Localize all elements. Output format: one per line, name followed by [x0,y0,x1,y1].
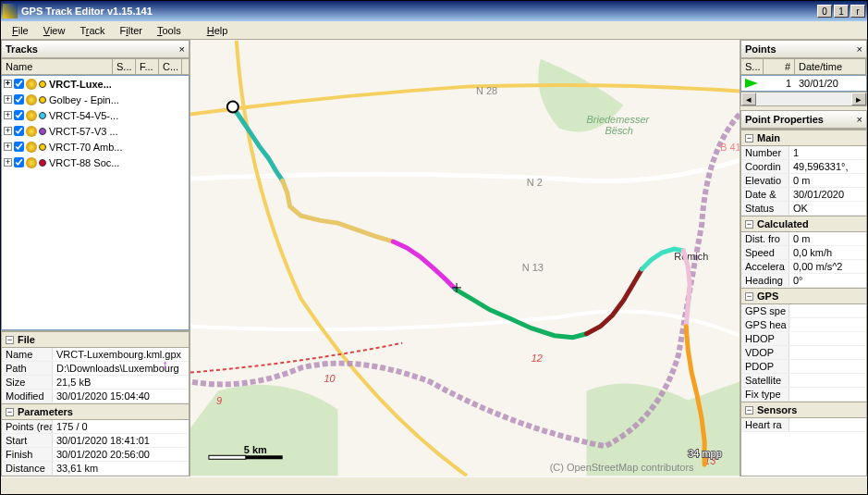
track-row[interactable]: + VRCT-88 Soc... [2,155,189,170]
minimize-button[interactable]: 0 [817,5,832,18]
tracks-list[interactable]: + VRCT-Luxe...+ Golbey - Epin...+ VRCT-5… [1,75,189,330]
point-properties: −Main Number1Coordin49,596331°,Elevatio0… [740,129,867,476]
map-viewport[interactable]: N 28 N 2 N 13 B 41 Briedemesser Bësch Re… [190,40,740,476]
prop-value [789,332,866,345]
prop-value [789,374,866,387]
prop-value: VRCT-Luxembourg.kml.gpx [53,348,189,361]
track-row[interactable]: + VRCT-57-V3 ... [2,123,189,139]
points-close-icon[interactable]: × [857,43,862,55]
track-checkbox[interactable] [14,94,24,105]
points-scrollbar[interactable]: ◂ ▸ [740,92,867,106]
map-canvas[interactable]: N 28 N 2 N 13 B 41 Briedemesser Bësch Re… [190,40,740,476]
tracks-close-icon[interactable]: × [179,43,185,55]
col-num[interactable]: # [764,59,795,74]
track-checkbox[interactable] [14,79,24,89]
track-checkbox[interactable] [14,110,24,120]
expand-icon[interactable]: + [4,80,12,88]
track-icon [26,94,37,105]
property-row: StatusOK [741,202,866,216]
track-label: VRCT-88 Soc... [49,157,119,168]
prop-value: D:\Downloads\Luxembourg [53,362,189,375]
prop-key: Date & [741,188,789,201]
pp-sensors-header[interactable]: −Sensors [741,402,866,418]
menu-view[interactable]: View [36,23,73,38]
prop-key: HDOP [741,332,789,345]
prop-key: GPS spe [741,304,789,317]
track-row[interactable]: + VRCT-70 Amb... [2,139,189,155]
menu-help[interactable]: Help [200,23,236,38]
expand-icon[interactable]: + [4,111,12,119]
prop-key: Fix type [741,388,789,401]
track-icon [26,142,37,153]
expand-icon[interactable]: + [4,127,12,135]
track-checkbox[interactable] [14,157,24,167]
points-row[interactable]: 1 30/01/20 [740,75,867,92]
prop-key: PDOP [741,360,789,373]
prop-key: Distance [2,462,53,475]
file-group-header[interactable]: − File [2,331,189,348]
menu-tools[interactable]: Tools [150,23,189,38]
points-panel-header: Points × [740,40,867,58]
tracks-column-header: Name S... F... C... [1,58,189,75]
property-row: GPS hea [741,318,866,332]
scale-label: 5 km [244,444,267,455]
track-color-icon [39,96,46,104]
menu-file[interactable]: File [5,23,36,38]
prop-key: Coordin [741,160,789,173]
collapse-icon[interactable]: − [6,336,14,344]
mpp-label: 34 mpp [688,448,722,459]
prop-key: Path [2,362,53,375]
prop-value: 30/01/2020 [789,188,866,201]
road-label-b41: B 41 [720,142,740,153]
expand-icon[interactable]: + [4,142,12,151]
track-label: VRCT-54-V5-... [49,110,118,121]
param-group-title: Parameters [18,406,73,417]
col-name[interactable]: Name [2,59,113,74]
points-columns: S... # Date/time [740,58,867,75]
col-s[interactable]: S... [113,59,136,74]
menu-filter[interactable]: Filter [113,23,150,38]
tracks-panel-header: Tracks × [1,40,189,58]
prop-key: Finish [2,448,53,461]
col-c[interactable]: C... [159,59,182,74]
col-datetime[interactable]: Date/time [795,59,866,74]
property-row: PDOP [741,360,866,374]
col-s[interactable]: S... [741,59,764,74]
menu-track[interactable]: Track [72,23,112,38]
track-checkbox[interactable] [14,126,24,136]
track-row[interactable]: + Golbey - Epin... [2,92,189,107]
point-props-header: Point Properties × [740,110,867,129]
tracks-title: Tracks [6,43,38,55]
col-f[interactable]: F... [136,59,159,74]
property-row: PathD:\Downloads\Luxembourg [2,362,189,376]
property-row: Finish30/01/2020 20:56:00 [2,448,189,462]
svg-text:9: 9 [216,395,222,406]
scroll-left-icon[interactable]: ◂ [741,93,756,105]
track-checkbox[interactable] [14,142,24,152]
pp-main-header[interactable]: −Main [741,130,866,146]
point-props-close-icon[interactable]: × [857,114,862,125]
param-group-header[interactable]: − Parameters [2,403,189,420]
scroll-right-icon[interactable]: ▸ [851,93,866,105]
track-row[interactable]: + VRCT-54-V5-... [2,107,189,123]
prop-value: 30/01/2020 20:56:00 [53,448,189,461]
collapse-icon[interactable]: − [6,408,14,416]
pp-calc-header[interactable]: −Calculated [741,216,866,232]
prop-key: Status [741,202,789,215]
track-color-icon [39,159,46,167]
expand-icon[interactable]: + [4,95,12,104]
track-icon [26,79,37,90]
close-button[interactable]: r [850,5,865,18]
property-row: Heart ra [741,418,866,432]
property-row: Start30/01/2020 18:41:01 [2,434,189,448]
expand-icon[interactable]: + [4,158,12,167]
window-titlebar: GPS Track Editor v1.15.141 0 1 r [1,1,867,21]
prop-value: 33,61 km [53,462,189,475]
pp-gps-header[interactable]: −GPS [741,288,866,304]
property-row: Dist. fro0 m [741,232,866,246]
menubar: File View Track Filter Tools Help [1,21,867,40]
prop-value: 175 / 0 [53,420,189,433]
track-row[interactable]: + VRCT-Luxe... [2,76,189,92]
prop-value [789,346,866,359]
maximize-button[interactable]: 1 [834,5,849,18]
